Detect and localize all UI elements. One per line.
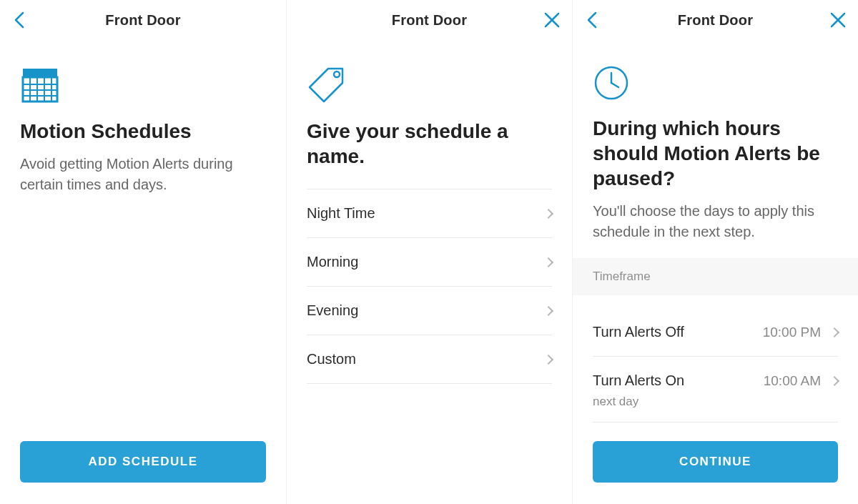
add-schedule-button[interactable]: ADD SCHEDULE bbox=[20, 441, 266, 483]
back-button[interactable] bbox=[573, 0, 613, 40]
svg-line-16 bbox=[611, 83, 618, 87]
option-label: Custom bbox=[307, 351, 356, 367]
chevron-right-icon bbox=[543, 354, 553, 364]
page-title: Front Door bbox=[105, 12, 180, 29]
screen-choose-hours: Front Door During which hours should Mot… bbox=[572, 0, 858, 504]
section-timeframe-label: Timeframe bbox=[573, 258, 858, 295]
close-button[interactable] bbox=[818, 0, 858, 40]
subtext: Avoid getting Motion Alerts during certa… bbox=[20, 154, 266, 195]
page-title: Front Door bbox=[678, 12, 753, 29]
row-value: 10:00 PM bbox=[763, 325, 821, 340]
page-title: Front Door bbox=[392, 12, 467, 29]
navbar: Front Door bbox=[0, 0, 286, 40]
svg-rect-0 bbox=[23, 69, 57, 77]
screen-overview: Front Door Motion Schedules Avoid gettin… bbox=[0, 0, 286, 504]
row-subtext: next day bbox=[593, 395, 838, 423]
chevron-left-icon bbox=[585, 10, 601, 30]
screen-name-schedule: Front Door Give your schedule a name. Ni… bbox=[286, 0, 572, 504]
option-morning[interactable]: Morning bbox=[307, 238, 552, 287]
navbar: Front Door bbox=[573, 0, 858, 40]
row-label: Turn Alerts Off bbox=[593, 324, 684, 340]
close-icon bbox=[543, 11, 561, 29]
option-label: Night Time bbox=[307, 205, 375, 222]
heading: Motion Schedules bbox=[20, 119, 266, 144]
chevron-right-icon bbox=[543, 208, 553, 218]
chevron-left-icon bbox=[12, 10, 28, 30]
heading: Give your schedule a name. bbox=[307, 119, 552, 169]
option-label: Evening bbox=[307, 302, 358, 319]
chevron-right-icon bbox=[543, 305, 553, 315]
clock-icon bbox=[593, 64, 838, 104]
heading: During which hours should Motion Alerts … bbox=[593, 116, 838, 191]
continue-button[interactable]: CONTINUE bbox=[593, 441, 838, 483]
back-button[interactable] bbox=[0, 0, 40, 40]
close-button[interactable] bbox=[532, 0, 572, 40]
chevron-right-icon bbox=[829, 375, 839, 385]
close-icon bbox=[829, 11, 847, 29]
subtext: You'll choose the days to apply this sch… bbox=[593, 201, 838, 242]
row-value: 10:00 AM bbox=[764, 373, 821, 389]
navbar: Front Door bbox=[287, 0, 572, 40]
option-custom[interactable]: Custom bbox=[307, 335, 552, 384]
row-label: Turn Alerts On bbox=[593, 372, 684, 389]
option-night-time[interactable]: Night Time bbox=[307, 189, 552, 238]
option-evening[interactable]: Evening bbox=[307, 287, 552, 335]
option-label: Morning bbox=[307, 254, 358, 270]
row-turn-alerts-off[interactable]: Turn Alerts Off 10:00 PM bbox=[593, 308, 838, 357]
chevron-right-icon bbox=[829, 327, 839, 337]
calendar-icon bbox=[20, 64, 266, 107]
svg-point-11 bbox=[334, 71, 340, 77]
chevron-right-icon bbox=[543, 257, 553, 267]
tag-icon bbox=[307, 64, 552, 107]
